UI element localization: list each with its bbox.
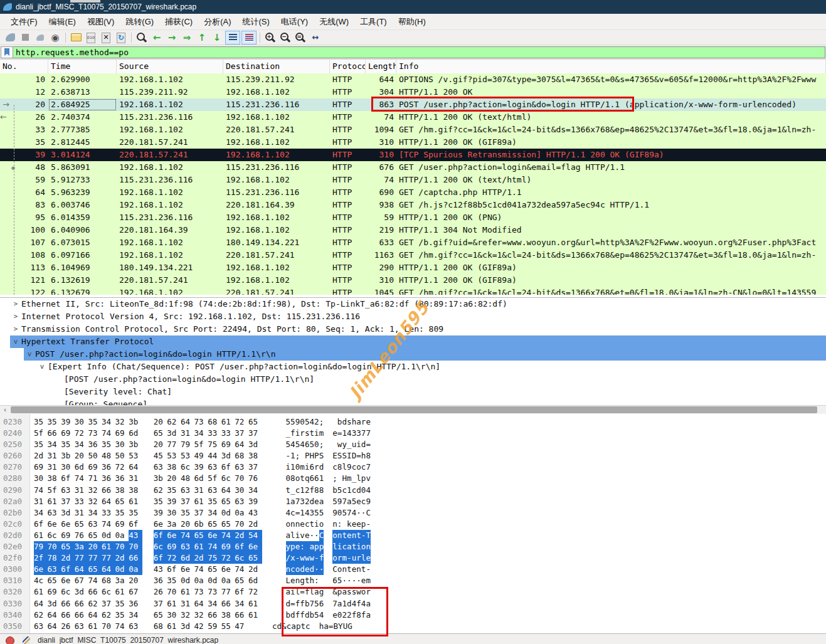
autoscroll-toggle-icon[interactable] [225, 31, 240, 45]
zoom-out-icon[interactable]: − [278, 31, 292, 44]
hex-row-02b0[interactable]: 02b034633d313433353539303537340d0a434c=1… [0, 507, 826, 519]
detail-row-1[interactable]: >Ethernet II, Src: LiteonTe_8d:1f:98 (74… [0, 298, 826, 310]
column-header-length[interactable]: Length [366, 60, 396, 73]
menu-item-8[interactable]: 电话(Y) [275, 14, 314, 30]
menu-item-11[interactable]: 帮助(H) [393, 14, 432, 30]
hex-row-02a0[interactable]: 02a0316137333264656135393761356563391a73… [0, 496, 826, 507]
packet-row-83[interactable]: 836.003746192.168.1.102220.181.164.39HTT… [0, 199, 826, 211]
expander-closed-icon[interactable]: > [10, 323, 21, 335]
expert-info-icon[interactable] [6, 636, 14, 644]
packet-row-26[interactable]: 262.740374115.231.236.116192.168.1.102HT… [0, 111, 826, 124]
column-header-protocol[interactable]: Protocol [330, 60, 366, 73]
menu-item-6[interactable]: 分析(A) [198, 14, 236, 30]
packet-row-35[interactable]: 352.812445220.181.57.241192.168.1.102HTT… [0, 136, 826, 149]
expander-open-icon[interactable]: v [36, 361, 48, 373]
hex-row-02d0[interactable]: 02d0616c6976650d0a436f6e74656e742d54aliv… [0, 530, 826, 541]
detail-row-2[interactable]: >Internet Protocol Version 4, Src: 192.1… [0, 310, 826, 323]
detail-row-8[interactable]: [Severity level: Chat] [0, 386, 826, 398]
hex-row-0350[interactable]: 0350636426636170746368613d42595547cd&cap… [0, 621, 826, 632]
colorize-toggle-icon[interactable] [241, 31, 257, 45]
packet-row-48[interactable]: 485.863091192.168.1.102115.231.236.116HT… [0, 161, 826, 174]
packet-row-39[interactable]: 393.014124220.181.57.241192.168.1.102HTT… [0, 149, 826, 161]
open-file-icon[interactable] [69, 31, 83, 44]
expander-closed-icon[interactable]: > [10, 310, 21, 323]
ascii-char: m [300, 462, 305, 473]
menu-item-5[interactable]: 捕获(C) [159, 14, 198, 30]
menu-item-2[interactable]: 编辑(E) [43, 14, 82, 30]
stop-capture-icon[interactable] [18, 31, 32, 44]
detail-row-6[interactable]: v[Expert Info (Chat/Sequence): POST /use… [0, 361, 826, 373]
restart-capture-icon[interactable] [33, 31, 47, 44]
find-packet-icon[interactable] [135, 31, 149, 44]
go-bottom-icon[interactable]: ↓ [210, 31, 224, 44]
zoom-in-icon[interactable]: + [263, 31, 277, 44]
menu-item-3[interactable]: 视图(V) [82, 14, 120, 30]
filter-input[interactable]: http.request.method==po [13, 46, 825, 58]
column-header-info[interactable]: Info [396, 60, 826, 73]
hex-row-0320[interactable]: 032061696c3d666c61672670617373776f72ail=… [0, 586, 826, 598]
resize-columns-icon[interactable]: ↔ [309, 31, 322, 44]
packet-row-64[interactable]: 645.963239192.168.1.102115.231.236.116HT… [0, 186, 826, 199]
hex-row-0250[interactable]: 0250353435343635303b2077795f7569643d5454… [0, 439, 826, 450]
scrollbar-thumb[interactable] [11, 406, 817, 413]
detail-row-7[interactable]: [POST /user.php?action=login&do=login HT… [0, 373, 826, 386]
packet-row-121[interactable]: 1216.132619220.181.57.241192.168.1.102HT… [0, 274, 826, 287]
hex-row-0340[interactable]: 034062646666646235346530323266386661bdff… [0, 610, 826, 621]
menu-item-10[interactable]: 工具(T) [354, 14, 393, 30]
hex-byte: 26 [154, 586, 167, 598]
detail-row-4[interactable]: vHypertext Transfer Protocol [0, 335, 826, 348]
hex-row-0300[interactable]: 03006e636f6465640d0a436f6e74656e742dncod… [0, 564, 826, 575]
packet-row-10[interactable]: 102.629900192.168.1.102115.239.211.92HTT… [0, 73, 826, 86]
hex-row-0260[interactable]: 02602d313b205048505345535349443d6838-1; … [0, 450, 826, 462]
column-header-destination[interactable]: Destination [223, 60, 330, 73]
packet-row-100[interactable]: 1006.040906220.181.164.39192.168.1.102HT… [0, 224, 826, 236]
close-file-icon[interactable]: ✕ [99, 31, 113, 44]
packet-row-95[interactable]: 956.014359115.231.236.116192.168.1.102HT… [0, 211, 826, 224]
go-to-packet-icon[interactable]: ⇒ [180, 31, 194, 44]
menu-item-4[interactable]: 跳转(G) [120, 14, 159, 30]
menu-item-1[interactable]: 文件(F) [5, 14, 43, 30]
menu-item-9[interactable]: 无线(W) [314, 14, 354, 30]
column-header-source[interactable]: Source [117, 60, 223, 73]
packet-row-107[interactable]: 1076.073015192.168.1.102180.149.134.221H… [0, 236, 826, 249]
hex-byte: 4c [34, 575, 48, 586]
hex-row-0280[interactable]: 028030386f74713636313b20486d5f6c707608ot… [0, 473, 826, 484]
go-top-icon[interactable]: ↑ [195, 31, 209, 44]
ascii-char: p [290, 541, 295, 552]
detail-row-3[interactable]: >Transmission Control Protocol, Src Port… [0, 323, 826, 335]
column-header-no[interactable]: No. [0, 60, 48, 73]
go-forward-icon[interactable]: → [165, 31, 179, 44]
hex-row-02c0[interactable]: 02c06f6e6e656374696f6e3a206b6565702donne… [0, 519, 826, 530]
hex-row-0230[interactable]: 0230353539303534323b20626473686172655590… [0, 416, 826, 428]
expander-open-icon[interactable]: v [24, 348, 35, 361]
packet-row-122[interactable]: 1226.132679192.168.1.102220.181.57.241HT… [0, 287, 826, 295]
column-header-time[interactable]: Time [48, 60, 117, 73]
hex-row-0310[interactable]: 03104c656e6774683a2036350d0a0d0a656dLeng… [0, 575, 826, 586]
filter-bookmark-icon[interactable] [1, 46, 13, 58]
reload-file-icon[interactable]: ↻ [114, 31, 128, 44]
hex-row-02e0[interactable]: 02e07970653a206170706c69636174696f6eype:… [0, 541, 826, 552]
scroll-left-button[interactable]: ‹ [0, 406, 10, 414]
capture-options-icon[interactable]: ◉ [48, 31, 62, 44]
packet-row-59[interactable]: 595.912733115.231.236.116192.168.1.102HT… [0, 174, 826, 186]
go-back-icon[interactable]: ← [150, 31, 164, 44]
hex-row-0240[interactable]: 02405f6669727374696d653d313433333737_fir… [0, 428, 826, 439]
menu-item-7[interactable]: 统计(S) [236, 14, 275, 30]
hex-row-0270[interactable]: 02706931306d6936726463386c39636f6337i10m… [0, 462, 826, 473]
details-horizontal-scrollbar[interactable]: ‹ [0, 405, 826, 414]
expander-closed-icon[interactable]: > [10, 298, 21, 310]
packet-row-33[interactable]: 332.777385192.168.1.102220.181.57.241HTT… [0, 124, 826, 136]
packet-row-108[interactable]: 1086.097166192.168.1.102220.181.57.241HT… [0, 249, 826, 261]
expander-open-icon[interactable]: v [10, 335, 21, 348]
annotation-edit-icon[interactable] [23, 636, 30, 644]
start-capture-icon[interactable] [3, 31, 17, 44]
hex-row-0330[interactable]: 0330643d6666623735363761316434663461d=ff… [0, 598, 826, 610]
hex-row-02f0[interactable]: 02f02f782d7777772d666f726d2d75726c65/x-w… [0, 552, 826, 564]
hex-byte: 66 [61, 610, 75, 621]
detail-row-5[interactable]: vPOST /user.php?action=login&do=login HT… [0, 348, 826, 361]
save-file-icon[interactable]: 010 [84, 31, 98, 44]
packet-row-113[interactable]: 1136.104969180.149.134.221192.168.1.102H… [0, 261, 826, 274]
ascii-char: c [290, 507, 295, 519]
hex-row-0290[interactable]: 0290745f6331326638386235633163643034t_c1… [0, 485, 826, 496]
zoom-100-icon[interactable]: = [294, 31, 307, 44]
